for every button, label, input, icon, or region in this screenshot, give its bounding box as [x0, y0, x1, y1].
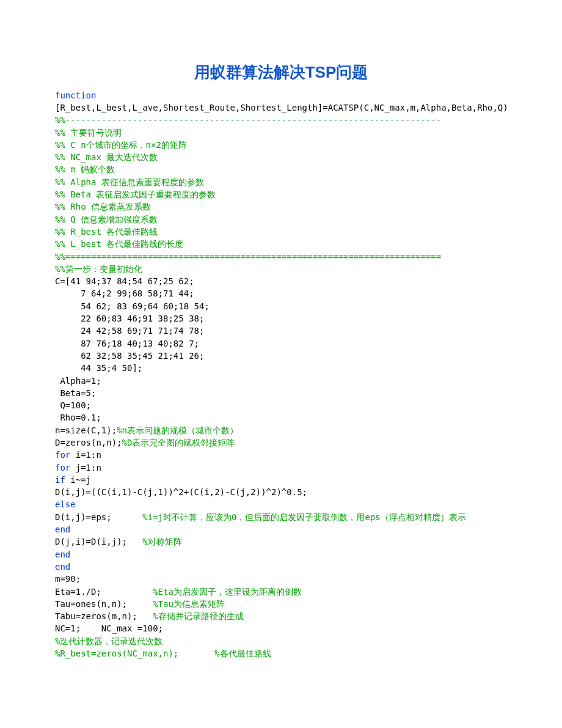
- keyword: function: [55, 90, 96, 100]
- code-line: NC=1; NC_max =100;: [55, 622, 507, 634]
- comment: %R_best=zeros(NC_max,n); %各代最佳路线: [55, 649, 271, 658]
- code-text: 24 42;58 69;71 71;74 78;: [55, 326, 204, 336]
- comment: %% Alpha 表征信息素重要程度的参数: [55, 177, 204, 187]
- code-text: C=[41 94;37 84;54 67;25 62;: [55, 276, 194, 286]
- code-text: i~=j: [65, 475, 91, 485]
- code-text: Q=100;: [55, 400, 91, 410]
- comment: %% NC_max 最大迭代次数: [55, 152, 158, 162]
- code-text: NC=1; NC_max =100;: [55, 623, 163, 633]
- code-line: %迭代计数器，记录迭代次数: [55, 635, 507, 647]
- comment: %%--------------------------------------…: [55, 115, 441, 125]
- comment: %Eta为启发因子，这里设为距离的倒数: [153, 587, 302, 597]
- code-line: %% R_best 各代最佳路线: [55, 226, 507, 238]
- comment: %% m 蚂蚁个数: [55, 164, 115, 174]
- code-line: Tabu=zeros(m,n); %存储并记录路径的生成: [55, 610, 507, 622]
- comment: %% Rho 信息素蒸发系数: [55, 202, 151, 211]
- code-line: 54 62; 83 69;64 60;18 54;: [55, 300, 507, 312]
- page-title: 用蚁群算法解决TSP问题: [55, 61, 507, 84]
- code-line: %% C n个城市的坐标，n×2的矩阵: [55, 139, 507, 151]
- comment: %n表示问题的规模（城市个数）: [117, 425, 238, 435]
- code-line: Alpha=1;: [55, 375, 507, 387]
- code-line: %% L_best 各代最佳路线的长度: [55, 238, 507, 250]
- comment: %% L_best 各代最佳路线的长度: [55, 239, 183, 249]
- comment: %% Q 信息素增加强度系数: [55, 215, 158, 224]
- code-line: else: [55, 498, 507, 510]
- code-block: function[R_best,L_best,L_ave,Shortest_Ro…: [55, 89, 507, 660]
- comment: %% 主要符号说明: [55, 128, 122, 138]
- code-line: %%--------------------------------------…: [55, 114, 507, 126]
- code-text: Alpha=1;: [55, 376, 101, 386]
- comment: %存储并记录路径的生成: [153, 611, 243, 621]
- code-line: 62 32;58 35;45 21;41 26;: [55, 350, 507, 362]
- code-line: %%======================================…: [55, 251, 507, 263]
- code-text: i=1:n: [70, 450, 101, 460]
- code-line: for i=1:n: [55, 449, 507, 461]
- code-text: Beta=5;: [55, 388, 96, 398]
- code-line: end: [55, 548, 507, 561]
- code-line: 44 35;4 50];: [55, 362, 507, 374]
- code-line: end: [55, 523, 507, 535]
- code-text: m=90;: [55, 574, 81, 584]
- code-line: D(i,j)=((C(i,1)-C(j,1))^2+(C(i,2)-C(j,2)…: [55, 486, 507, 498]
- code-line: 87 76;18 40;13 40;82 7;: [55, 337, 507, 350]
- code-text: 44 35;4 50];: [55, 363, 142, 373]
- keyword: if: [55, 475, 65, 485]
- code-line: if i~=j: [55, 474, 507, 486]
- keyword: end: [55, 524, 70, 534]
- code-line: 24 42;58 69;71 71;74 78;: [55, 325, 507, 337]
- code-line: %% 主要符号说明: [55, 127, 507, 139]
- keyword: for: [55, 450, 70, 460]
- code-line: for j=1:n: [55, 461, 507, 474]
- code-text: Eta=1./D;: [55, 587, 153, 597]
- code-line: %R_best=zeros(NC_max,n); %各代最佳路线: [55, 647, 507, 660]
- code-line: function: [55, 89, 507, 101]
- code-text: [R_best,L_best,L_ave,Shortest_Route,Shor…: [55, 103, 508, 112]
- code-line: %%第一步：变量初始化: [55, 263, 507, 275]
- code-line: Q=100;: [55, 399, 507, 411]
- code-line: n=size(C,1);%n表示问题的规模（城市个数）: [55, 424, 507, 436]
- keyword: for: [55, 463, 70, 472]
- comment: %Tau为信息素矩阵: [153, 599, 225, 609]
- code-line: D=zeros(n,n);%D表示完全图的赋权邻接矩阵: [55, 436, 507, 449]
- comment: %D表示完全图的赋权邻接矩阵: [122, 438, 235, 447]
- code-text: n=size(C,1);: [55, 425, 117, 435]
- code-line: Eta=1./D; %Eta为启发因子，这里设为距离的倒数: [55, 586, 507, 598]
- code-text: Tau=ones(n,n);: [55, 599, 153, 609]
- comment: %i=j时不计算，应该为0，但后面的启发因子要取倒数，用eps（浮点相对精度）表…: [142, 512, 465, 522]
- code-text: 7 64;2 99;68 58;71 44;: [55, 289, 194, 298]
- code-line: C=[41 94;37 84;54 67;25 62;: [55, 275, 507, 287]
- code-line: 22 60;83 46;91 38;25 38;: [55, 312, 507, 325]
- code-text: D(i,j)=eps;: [55, 512, 142, 522]
- code-line: Rho=0.1;: [55, 411, 507, 424]
- code-line: Beta=5;: [55, 387, 507, 399]
- code-line: [R_best,L_best,L_ave,Shortest_Route,Shor…: [55, 101, 507, 114]
- comment: %迭代计数器，记录迭代次数: [55, 636, 162, 646]
- code-line: m=90;: [55, 573, 507, 585]
- comment: %%第一步：变量初始化: [55, 264, 142, 274]
- code-text: Tabu=zeros(m,n);: [55, 611, 153, 621]
- code-line: Tau=ones(n,n); %Tau为信息素矩阵: [55, 598, 507, 610]
- code-line: D(i,j)=eps; %i=j时不计算，应该为0，但后面的启发因子要取倒数，用…: [55, 511, 507, 523]
- code-text: 62 32;58 35;45 21;41 26;: [55, 351, 204, 361]
- keyword: else: [55, 499, 76, 509]
- code-text: 22 60;83 46;91 38;25 38;: [55, 314, 204, 323]
- code-text: Rho=0.1;: [55, 413, 101, 422]
- comment: %对称矩阵: [142, 537, 181, 546]
- code-text: j=1:n: [70, 463, 101, 472]
- comment: %% Beta 表征启发式因子重要程度的参数: [55, 189, 216, 199]
- comment: %%======================================…: [55, 252, 441, 262]
- code-text: 87 76;18 40;13 40;82 7;: [55, 339, 199, 348]
- keyword: end: [55, 550, 70, 559]
- code-line: end: [55, 561, 507, 573]
- comment: %% R_best 各代最佳路线: [55, 227, 158, 237]
- code-line: %% Alpha 表征信息素重要程度的参数: [55, 176, 507, 188]
- code-line: %% Q 信息素增加强度系数: [55, 213, 507, 226]
- code-line: %% m 蚂蚁个数: [55, 163, 507, 175]
- code-text: D=zeros(n,n);: [55, 438, 122, 447]
- code-text: 54 62; 83 69;64 60;18 54;: [55, 301, 210, 311]
- code-line: %% NC_max 最大迭代次数: [55, 151, 507, 163]
- code-text: D(i,j)=((C(i,1)-C(j,1))^2+(C(i,2)-C(j,2)…: [55, 487, 307, 497]
- code-line: 7 64;2 99;68 58;71 44;: [55, 287, 507, 300]
- comment: %% C n个城市的坐标，n×2的矩阵: [55, 140, 187, 150]
- code-line: %% Rho 信息素蒸发系数: [55, 200, 507, 213]
